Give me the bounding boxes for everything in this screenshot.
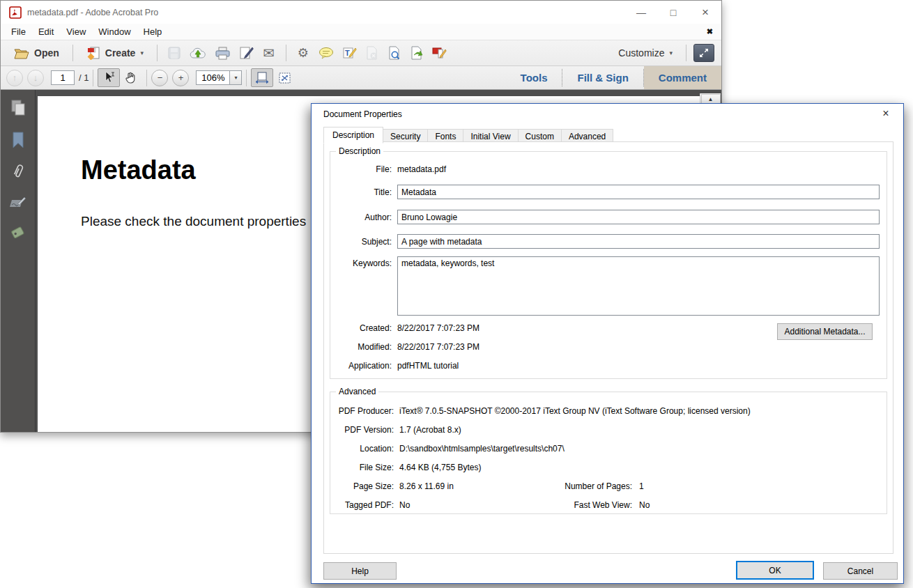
export-page-button[interactable] [407, 44, 427, 63]
ok-button[interactable]: OK [736, 561, 814, 580]
advanced-legend: Advanced [336, 387, 378, 396]
fill-sign-panel-button[interactable]: Fill & Sign [562, 66, 643, 89]
dialog-title: Document Properties [323, 109, 402, 119]
fit-width-icon [255, 72, 269, 84]
keywords-label: Keywords: [330, 258, 392, 268]
settings-button[interactable]: ⚙ [293, 44, 313, 63]
sign-pen-icon [239, 46, 254, 60]
comment-panel-button[interactable]: Comment [644, 66, 721, 89]
bookmarks-icon[interactable] [12, 132, 24, 148]
speech-bubble-icon [319, 47, 334, 59]
form-edit-button[interactable] [429, 44, 450, 63]
zoom-out-button[interactable]: − [151, 70, 168, 86]
description-groupbox: Description File: metadata.pdf Title: Au… [330, 151, 887, 379]
find-page-button[interactable] [385, 44, 404, 63]
screen: metadata.pdf - Adobe Acrobat Pro — □ × F… [0, 0, 913, 588]
zoom-level-input[interactable] [196, 70, 229, 85]
create-document-icon [86, 46, 100, 60]
envelope-icon: ✉ [263, 46, 275, 60]
save-button[interactable] [164, 44, 184, 63]
create-label: Create [105, 47, 136, 59]
help-button[interactable]: Help [323, 562, 397, 580]
create-button[interactable]: Create ▾ [80, 44, 150, 63]
navigation-sidebar [1, 90, 36, 432]
page-size-value: 8.26 x 11.69 in [399, 481, 454, 491]
save-icon [167, 46, 181, 60]
printer-icon [215, 47, 231, 60]
page-thumbnails-icon[interactable] [9, 99, 27, 117]
maximize-button[interactable]: □ [657, 1, 689, 24]
separator [686, 45, 686, 61]
menu-window[interactable]: Window [92, 26, 137, 37]
additional-metadata-button[interactable]: Additional Metadata... [777, 323, 873, 340]
previous-page-button[interactable]: ↑ [6, 70, 23, 86]
hand-tool-button[interactable] [120, 68, 142, 87]
separator [72, 45, 73, 61]
menu-view[interactable]: View [60, 26, 92, 37]
separator [246, 70, 247, 86]
application-value: pdfHTML tutorial [397, 361, 459, 371]
fit-page-button[interactable] [273, 68, 296, 87]
title-input[interactable] [397, 185, 880, 199]
signatures-icon[interactable] [9, 196, 27, 210]
page-export-icon [410, 46, 424, 60]
delete-page-button[interactable] [362, 44, 382, 63]
pdf-version-value: 1.7 (Acrobat 8.x) [399, 425, 461, 435]
tab-description[interactable]: Description [323, 127, 383, 144]
tools-panel-button[interactable]: Tools [506, 66, 562, 89]
print-button[interactable] [212, 44, 233, 63]
form-edit-icon [432, 47, 447, 60]
chevron-down-icon: ▾ [140, 49, 144, 56]
subject-label: Subject: [330, 237, 392, 247]
fit-width-button[interactable] [251, 68, 273, 87]
titlebar: metadata.pdf - Adobe Acrobat Pro — □ × [1, 1, 721, 24]
page-delete-icon [365, 46, 378, 60]
share-cloud-button[interactable] [187, 44, 209, 63]
next-page-button[interactable]: ↓ [27, 70, 44, 86]
modified-label: Modified: [330, 342, 392, 352]
cancel-button[interactable]: Cancel [823, 562, 898, 580]
subject-input[interactable] [397, 234, 880, 249]
keywords-textarea[interactable] [397, 256, 880, 316]
pdf-app-icon [9, 6, 22, 19]
advanced-groupbox: Advanced PDF Producer: iText® 7.0.5-SNAP… [330, 392, 887, 514]
zoom-dropdown-button[interactable]: ▾ [229, 70, 242, 85]
comment-bubble-button[interactable] [316, 44, 337, 63]
number-of-pages-label: Number of Pages: [507, 481, 632, 491]
menu-help[interactable]: Help [137, 26, 169, 37]
minimize-button[interactable]: — [625, 1, 657, 24]
author-label: Author: [330, 212, 392, 222]
sign-button[interactable] [236, 44, 256, 63]
expand-arrows-icon [698, 47, 709, 59]
menu-file[interactable]: File [5, 26, 32, 37]
attachments-icon[interactable] [11, 163, 25, 181]
number-of-pages-value: 1 [639, 481, 644, 491]
separator [286, 45, 286, 61]
customize-button[interactable]: Customize ▾ [612, 44, 679, 63]
page-total-label: / 1 [79, 72, 89, 83]
created-label: Created: [330, 323, 392, 333]
tagged-pdf-value: No [399, 500, 410, 510]
zoom-in-button[interactable]: + [172, 70, 189, 86]
close-button[interactable]: × [689, 1, 721, 24]
email-button[interactable]: ✉ [259, 44, 279, 63]
select-tool-button[interactable] [98, 68, 120, 87]
menu-edit[interactable]: Edit [32, 26, 60, 37]
tags-icon[interactable] [10, 224, 26, 241]
pdf-producer-value: iText® 7.0.5-SNAPSHOT ©2000-2017 iText G… [399, 406, 751, 416]
document-close-icon[interactable]: ✖ [707, 27, 713, 36]
separator [157, 45, 158, 61]
window-title: metadata.pdf - Adobe Acrobat Pro [27, 8, 625, 17]
fullscreen-button[interactable] [693, 44, 714, 62]
open-button[interactable]: Open [8, 44, 66, 63]
description-legend: Description [336, 146, 383, 156]
hand-icon [125, 71, 137, 84]
separator [146, 70, 147, 86]
page-size-label: Page Size: [330, 481, 394, 491]
dialog-close-icon[interactable]: × [878, 107, 893, 120]
author-input[interactable] [397, 210, 880, 224]
location-value: D:\sandbox\htmlsamples\target\results\ch… [399, 444, 565, 454]
highlight-text-button[interactable]: T [339, 44, 360, 63]
page-number-input[interactable] [51, 70, 75, 85]
window-controls: — □ × [625, 1, 721, 24]
